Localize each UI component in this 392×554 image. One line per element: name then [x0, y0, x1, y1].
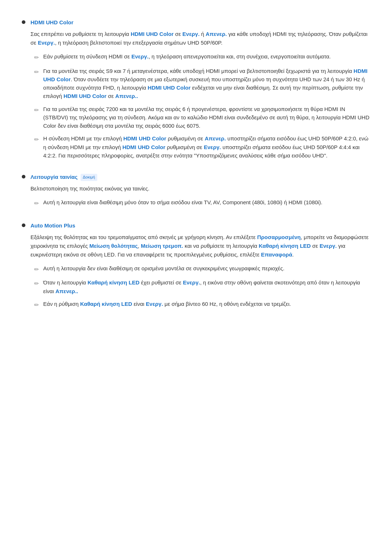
- note-text-hdmi-4: Η σύνδεση HDMI με την επιλογή HDMI UHD C…: [43, 134, 370, 160]
- link-kathari-kinisi-2[interactable]: Καθαρή κίνηση LED: [87, 279, 139, 286]
- link-apenerg-4[interactable]: Απενερ..: [56, 288, 78, 294]
- link-hdmi-uhd-color-3[interactable]: HDMI UHD Color: [148, 85, 191, 91]
- notes-list-hdmi: ✏ Εάν ρυθμίσετε τη σύνδεση HDMI σε Ενεργ…: [30, 52, 370, 160]
- notes-list-amp: ✏ Αυτή η λειτουργία δεν είναι διαθέσιμη …: [30, 264, 370, 310]
- note-icon-8: ✏: [34, 300, 39, 310]
- note-item-amp-1: ✏ Αυτή η λειτουργία δεν είναι διαθέσιμη …: [34, 264, 370, 274]
- note-item-hdmi-3: ✏ Για τα μοντέλα της σειράς 7200 και τα …: [34, 105, 370, 130]
- link-hdmi-uhd-color-1[interactable]: HDMI UHD Color: [131, 31, 173, 37]
- note-icon-2: ✏: [34, 67, 39, 77]
- note-text-hdmi-1: Εάν ρυθμίσετε τη σύνδεση HDMI σε Ενεργ.,…: [43, 52, 370, 61]
- link-energ-3[interactable]: Ενεργ.: [131, 53, 148, 59]
- tag-beta-tainias: Δοκιμή: [81, 174, 97, 181]
- link-energ-6[interactable]: Ενεργ.: [183, 279, 200, 286]
- link-apenerg-2[interactable]: Απενερ..: [115, 93, 138, 99]
- section-desc-hdmi: Σας επιτρέπει να ρυθμίσετε τη λειτουργία…: [30, 30, 370, 47]
- note-icon-7: ✏: [34, 279, 39, 288]
- note-text-hdmi-2: Για τα μοντέλα της σειράς S9 και 7 ή μετ…: [43, 67, 370, 100]
- link-hdmi-uhd-color-5[interactable]: HDMI UHD Color: [123, 135, 166, 141]
- section-title-amp: Auto Motion Plus: [30, 221, 370, 230]
- note-icon-6: ✏: [34, 265, 39, 274]
- section-title-tainias: Λειτουργία ταινίας Δοκιμή: [30, 173, 370, 181]
- link-meiwsi-thol[interactable]: Μείωση θολότητας: [89, 243, 138, 249]
- notes-list-tainias: ✏ Αυτή η λειτουργία είναι διαθέσιμη μόνο…: [30, 198, 370, 208]
- section-auto-motion-plus: Auto Motion Plus Εξάλειψη της θολότητας …: [22, 221, 370, 314]
- note-item-hdmi-1: ✏ Εάν ρυθμίσετε τη σύνδεση HDMI σε Ενεργ…: [34, 52, 370, 62]
- link-energ-7[interactable]: Ενεργ.: [146, 301, 163, 307]
- section-title-hdmi: HDMI UHD Color: [30, 18, 370, 27]
- link-prosar[interactable]: Προσαρμοσμένη: [257, 234, 301, 240]
- section-desc-tainias: Βελτιστοποίηση της ποιότητας εικόνας για…: [30, 184, 370, 193]
- section-content-amp: Auto Motion Plus Εξάλειψη της θολότητας …: [30, 221, 370, 314]
- note-item-tainias-1: ✏ Αυτή η λειτουργία είναι διαθέσιμη μόνο…: [34, 198, 370, 208]
- note-text-amp-1: Αυτή η λειτουργία δεν είναι διαθέσιμη σε…: [43, 264, 370, 272]
- note-icon-3: ✏: [34, 106, 39, 115]
- link-hdmi-uhd-color-2[interactable]: HDMI UHD Color: [43, 68, 367, 82]
- section-content-hdmi: HDMI UHD Color Σας επιτρέπει να ρυθμίσετ…: [30, 18, 370, 164]
- main-content: HDMI UHD Color Σας επιτρέπει να ρυθμίσετ…: [22, 15, 370, 314]
- bullet-dot-hdmi: [22, 20, 25, 24]
- link-energ-1[interactable]: Ενεργ.: [183, 31, 200, 37]
- section-desc-amp: Εξάλειψη της θολότητας και του τρεμοπαίγ…: [30, 233, 370, 259]
- link-hdmi-uhd-color-4[interactable]: HDMI UHD Color: [64, 93, 106, 99]
- note-item-amp-3: ✏ Εάν η ρύθμιση Καθαρή κίνηση LED είναι …: [34, 300, 370, 310]
- note-text-amp-3: Εάν η ρύθμιση Καθαρή κίνηση LED είναι Εν…: [43, 300, 370, 308]
- link-energ-5[interactable]: Ενεργ.: [319, 243, 336, 249]
- note-text-hdmi-3: Για τα μοντέλα της σειράς 7200 και τα μο…: [43, 105, 370, 130]
- link-kathari-kinisi-1[interactable]: Καθαρή κίνηση LED: [259, 243, 311, 249]
- title-text-tainias: Λειτουργία ταινίας: [30, 174, 78, 180]
- link-hdmi-uhd-color-6[interactable]: HDMI UHD Color: [122, 144, 165, 150]
- note-item-hdmi-2: ✏ Για τα μοντέλα της σειράς S9 και 7 ή μ…: [34, 67, 370, 100]
- note-item-amp-2: ✏ Όταν η λειτουργία Καθαρή κίνηση LED έχ…: [34, 278, 370, 295]
- note-text-tainias-1: Αυτή η λειτουργία είναι διαθέσιμη μόνο ό…: [43, 198, 370, 206]
- link-meiwsi-trem[interactable]: Μείωση τρεμοπ.: [141, 243, 183, 249]
- link-epanafor[interactable]: Επαναφορά: [261, 251, 292, 258]
- link-energ-2[interactable]: Ενεργ.: [38, 40, 55, 46]
- bullet-dot-tainias: [22, 175, 25, 178]
- note-icon-5: ✏: [34, 199, 39, 208]
- link-energ-4[interactable]: Ενεργ.: [204, 144, 221, 150]
- note-item-hdmi-4: ✏ Η σύνδεση HDMI με την επιλογή HDMI UHD…: [34, 134, 370, 160]
- section-leitourgia-tainias: Λειτουργία ταινίας Δοκιμή Βελτιστοποίηση…: [22, 173, 370, 213]
- section-hdmi-uhd-color: HDMI UHD Color Σας επιτρέπει να ρυθμίσετ…: [22, 18, 370, 164]
- link-apenerg-3[interactable]: Απενερ.: [205, 135, 226, 141]
- link-kathari-kinisi-3[interactable]: Καθαρή κίνηση LED: [80, 301, 132, 307]
- note-icon-4: ✏: [34, 135, 39, 144]
- note-icon-1: ✏: [34, 53, 39, 62]
- bullet-dot-amp: [22, 223, 25, 227]
- section-content-tainias: Λειτουργία ταινίας Δοκιμή Βελτιστοποίηση…: [30, 173, 370, 213]
- link-apenerg-1[interactable]: Απενερ.: [206, 31, 227, 37]
- note-text-amp-2: Όταν η λειτουργία Καθαρή κίνηση LED έχει…: [43, 278, 370, 295]
